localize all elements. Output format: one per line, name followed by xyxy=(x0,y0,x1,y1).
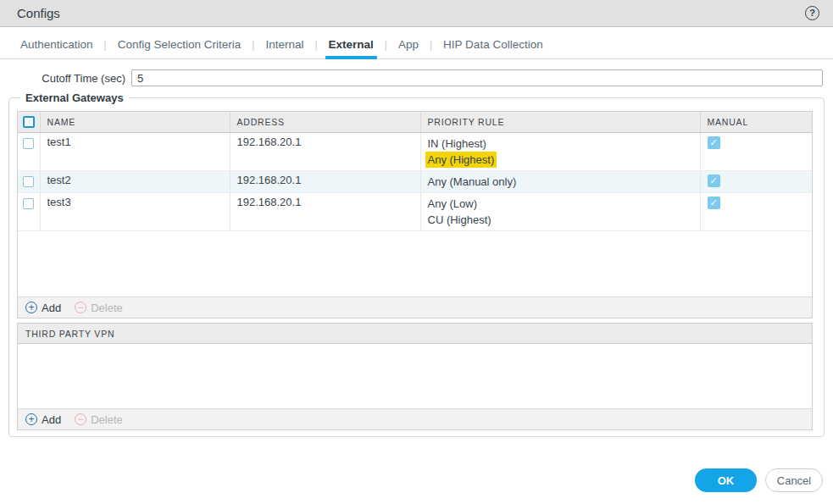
add-gateway-button[interactable]: + Add xyxy=(25,302,61,314)
cell-manual: ✓ xyxy=(700,192,812,230)
cutoff-time-row: Cutoff Time (sec) xyxy=(0,69,823,86)
tab-authentication[interactable]: Authentication xyxy=(17,38,97,58)
column-header-priority-rule[interactable]: PRIORITY RULE xyxy=(420,112,700,132)
vpn-empty-area xyxy=(18,344,812,408)
external-gateways-table: NAME ADDRESS PRIORITY RULE MANUAL test1 … xyxy=(17,111,813,318)
cutoff-time-label: Cutoff Time (sec) xyxy=(0,72,125,85)
dialog-title: Configs xyxy=(17,6,60,20)
cell-priority-rule[interactable]: IN (Highest) Any (Highest) xyxy=(420,132,700,170)
cell-name[interactable]: test3 xyxy=(40,192,230,230)
cancel-button[interactable]: Cancel xyxy=(765,468,823,492)
tab-app[interactable]: App xyxy=(395,38,422,58)
tab-separator: | xyxy=(377,39,395,58)
add-vpn-button[interactable]: + Add xyxy=(25,413,61,426)
plus-icon: + xyxy=(25,302,37,313)
tab-external[interactable]: External xyxy=(325,38,377,58)
table-empty-area xyxy=(18,231,812,297)
cell-name[interactable]: test2 xyxy=(40,170,230,192)
table-row: test2 192.168.20.1 Any (Manual only) ✓ xyxy=(18,170,812,192)
column-header-name[interactable]: NAME xyxy=(40,112,230,132)
cell-address[interactable]: 192.168.20.1 xyxy=(230,170,420,192)
cell-manual: ✓ xyxy=(700,170,812,192)
delete-gateway-button[interactable]: − Delete xyxy=(75,302,123,314)
column-header-manual[interactable]: MANUAL xyxy=(700,112,812,132)
delete-vpn-button[interactable]: − Delete xyxy=(75,413,123,426)
tab-hip-data-collection[interactable]: HIP Data Collection xyxy=(440,38,547,58)
tab-bar: Authentication | Config Selection Criter… xyxy=(0,27,833,59)
select-all-checkbox[interactable] xyxy=(23,116,35,128)
external-gateways-section: External Gateways NAME ADDRESS PRIORITY … xyxy=(8,91,825,437)
tab-separator: | xyxy=(307,39,325,58)
priority-rule-line: Any (Manual only) xyxy=(428,174,693,190)
plus-icon: + xyxy=(25,413,37,425)
third-party-vpn-table: THIRD PARTY VPN + Add − Delete xyxy=(17,323,813,430)
cell-priority-rule[interactable]: Any (Manual only) xyxy=(420,170,700,192)
column-header-address[interactable]: ADDRESS xyxy=(230,112,420,132)
priority-rule-line: CU (Highest) xyxy=(428,212,693,228)
cutoff-time-input[interactable] xyxy=(131,69,823,86)
manual-checkbox-test2[interactable]: ✓ xyxy=(708,174,720,187)
cell-name[interactable]: test1 xyxy=(40,132,230,170)
row-checkbox-test3[interactable] xyxy=(23,198,34,209)
minus-icon: − xyxy=(75,302,86,313)
row-checkbox-test1[interactable] xyxy=(23,138,34,149)
cell-address[interactable]: 192.168.20.1 xyxy=(230,192,420,230)
column-header-third-party-vpn[interactable]: THIRD PARTY VPN xyxy=(18,324,812,344)
row-checkbox-test2[interactable] xyxy=(23,176,34,187)
tab-config-selection-criteria[interactable]: Config Selection Criteria xyxy=(114,38,245,58)
priority-rule-line-highlighted: Any (Highest) xyxy=(425,152,497,168)
tab-separator: | xyxy=(244,39,262,58)
ok-button[interactable]: OK xyxy=(695,468,757,492)
table-header-row: NAME ADDRESS PRIORITY RULE MANUAL xyxy=(18,112,812,132)
dialog-footer: OK Cancel xyxy=(0,437,833,492)
help-icon[interactable]: ? xyxy=(805,6,819,20)
cell-manual: ✓ xyxy=(700,132,812,170)
manual-checkbox-test1[interactable]: ✓ xyxy=(708,136,720,149)
cell-address[interactable]: 192.168.20.1 xyxy=(230,132,420,170)
manual-checkbox-test3[interactable]: ✓ xyxy=(708,197,720,209)
cell-priority-rule[interactable]: Any (Low) CU (Highest) xyxy=(420,192,700,230)
priority-rule-line: Any (Low) xyxy=(428,196,693,212)
gateways-actions-bar: + Add − Delete xyxy=(18,296,812,318)
tab-separator: | xyxy=(97,39,114,58)
minus-icon: − xyxy=(75,413,86,425)
dialog-titlebar: Configs ? xyxy=(0,0,833,27)
table-row: test3 192.168.20.1 Any (Low) CU (Highest… xyxy=(18,192,812,230)
priority-rule-line: IN (Highest) xyxy=(428,136,693,152)
tab-separator: | xyxy=(422,39,440,58)
external-gateways-legend: External Gateways xyxy=(20,91,129,104)
tab-internal[interactable]: Internal xyxy=(262,38,307,58)
vpn-actions-bar: + Add − Delete xyxy=(18,408,812,429)
table-row: test1 192.168.20.1 IN (Highest) Any (Hig… xyxy=(18,132,812,170)
